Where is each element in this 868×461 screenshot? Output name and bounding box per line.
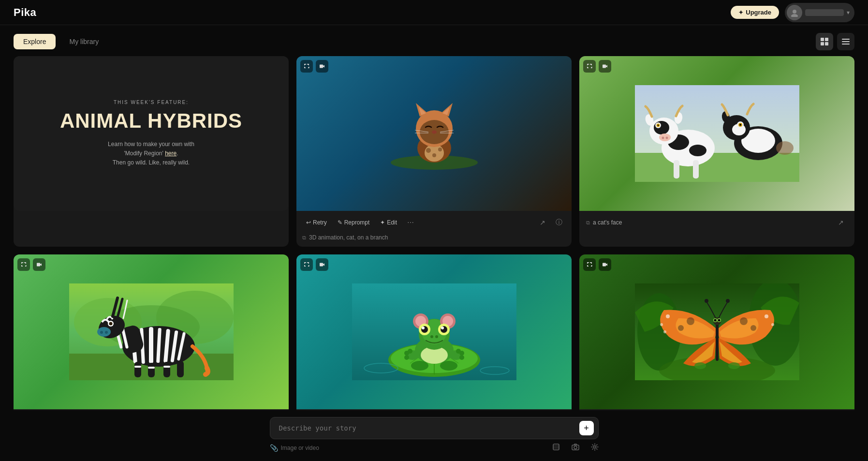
cat-fox-share-btn[interactable]: ↗ [536, 216, 549, 229]
cows-card: ⧉ a cat's face ↗ [579, 56, 854, 247]
cat-fox-reprompt-btn[interactable]: ✎ Reprompt [334, 217, 374, 228]
expand-icon [552, 443, 560, 452]
svg-rect-51 [674, 160, 679, 178]
cows-film-btn[interactable] [599, 60, 611, 73]
add-button[interactable]: + [579, 421, 594, 435]
svg-rect-79 [163, 362, 170, 377]
svg-point-103 [422, 327, 425, 329]
input-row: + [270, 417, 599, 439]
svg-point-124 [666, 314, 670, 318]
svg-rect-7 [842, 41, 850, 42]
list-view-button[interactable] [837, 33, 854, 50]
frog-film-btn[interactable] [316, 258, 328, 271]
svg-point-32 [689, 145, 706, 156]
svg-point-115 [411, 361, 428, 371]
camera-tool-btn[interactable] [572, 443, 579, 452]
svg-rect-131 [716, 322, 719, 361]
svg-rect-6 [842, 39, 850, 40]
chevron-down-icon: ▾ [847, 9, 850, 16]
svg-point-74 [105, 331, 108, 334]
upgrade-label: Upgrade [746, 9, 771, 16]
my-library-button[interactable]: My library [59, 34, 108, 49]
image-video-button[interactable]: 📎 Image or video [270, 444, 319, 452]
expand-tool-btn[interactable] [552, 443, 560, 452]
svg-point-140 [728, 362, 740, 369]
svg-point-143 [574, 446, 577, 449]
retry-label: Retry [313, 219, 327, 226]
butterfly-expand-btn[interactable] [583, 258, 596, 271]
butterfly-media [579, 254, 854, 409]
svg-rect-9 [320, 65, 323, 68]
svg-point-0 [793, 10, 796, 14]
svg-point-133 [705, 299, 708, 303]
cows-overlay-top [583, 60, 611, 73]
cat-fox-film-btn[interactable] [316, 60, 328, 73]
cows-share-btn[interactable]: ↗ [834, 216, 848, 229]
cows-prompt-text: a cat's face [593, 219, 622, 226]
svg-point-76 [109, 322, 112, 326]
frog-expand-btn[interactable] [300, 258, 313, 271]
svg-rect-52 [693, 160, 699, 178]
butterfly-thumbnail [579, 254, 854, 409]
avatar [787, 5, 802, 20]
cat-fox-info-btn[interactable]: ⓘ [552, 216, 566, 229]
svg-point-125 [660, 323, 663, 326]
app-logo: Pika [14, 6, 36, 19]
svg-point-127 [740, 317, 748, 325]
svg-point-25 [438, 148, 442, 151]
svg-point-105 [430, 335, 433, 338]
butterfly-film-btn[interactable] [599, 258, 611, 271]
svg-point-49 [739, 124, 741, 126]
svg-rect-27 [603, 65, 606, 68]
reprompt-icon: ✎ [338, 219, 342, 226]
copy-icon[interactable]: ⧉ [302, 235, 306, 241]
frog-media [296, 254, 572, 409]
edit-label: Edit [387, 219, 397, 226]
svg-point-126 [663, 330, 666, 333]
explore-button[interactable]: Explore [14, 34, 56, 49]
svg-point-144 [593, 446, 596, 448]
cat-fox-retry-btn[interactable]: ↩ Retry [302, 217, 331, 228]
feature-week-label: THIS WEEK'S FEATURE: [114, 100, 189, 105]
input-tools: 📎 Image or video [270, 443, 599, 452]
svg-point-73 [100, 331, 103, 334]
user-name-placeholder [805, 9, 844, 16]
svg-rect-141 [553, 444, 559, 450]
svg-rect-78 [148, 363, 155, 377]
cat-fox-expand-btn[interactable] [300, 60, 313, 73]
svg-point-37 [657, 125, 659, 126]
cat-fox-more-btn[interactable]: ⋯ [404, 216, 417, 229]
svg-rect-29 [635, 153, 799, 182]
zebra-film-btn[interactable] [33, 258, 45, 271]
svg-point-40 [665, 137, 668, 139]
story-input[interactable] [270, 417, 599, 439]
grid-view-button[interactable] [816, 33, 833, 50]
svg-rect-83 [163, 366, 170, 368]
nav: Explore My library [0, 25, 868, 56]
cat-fox-actions: ↩ Retry ✎ Reprompt ✦ Edit ⋯ ↗ ⓘ [296, 211, 572, 234]
cows-copy-icon[interactable]: ⧉ [586, 220, 590, 226]
cat-fox-card: ↩ Retry ✎ Reprompt ✦ Edit ⋯ ↗ ⓘ ⧉ 3D ani… [296, 56, 572, 247]
svg-point-113 [459, 355, 464, 360]
svg-point-114 [456, 349, 461, 354]
upgrade-button[interactable]: ✦ Upgrade [731, 6, 779, 19]
feature-card: THIS WEEK'S FEATURE: ANIMAL HYBRIDS Lear… [14, 56, 289, 247]
cat-fox-overlay-top [300, 60, 328, 73]
cat-fox-media [296, 56, 572, 211]
svg-point-122 [687, 317, 694, 325]
cat-fox-edit-btn[interactable]: ✦ Edit [376, 217, 401, 228]
zebra-expand-btn[interactable] [17, 258, 30, 271]
svg-point-106 [435, 335, 438, 338]
svg-point-130 [771, 323, 774, 326]
cows-thumbnail [579, 56, 854, 211]
svg-point-137 [714, 319, 716, 322]
zebra-thumbnail [14, 254, 289, 409]
settings-tool-btn[interactable] [591, 443, 599, 452]
cows-label: ⧉ a cat's face [586, 219, 622, 226]
svg-rect-5 [825, 42, 828, 45]
cows-expand-btn[interactable] [583, 60, 596, 73]
svg-rect-2 [821, 38, 824, 41]
user-dropdown[interactable]: ▾ [785, 3, 854, 22]
svg-point-19 [432, 131, 437, 134]
feature-link[interactable]: here [165, 150, 177, 157]
